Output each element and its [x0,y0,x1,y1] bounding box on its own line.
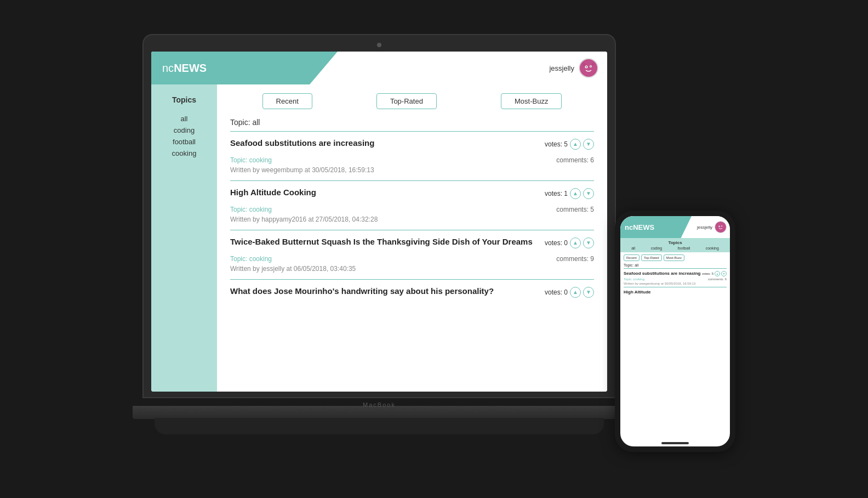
article-4-title-row: What does Jose Mourinho's handwriting sa… [230,286,594,298]
macbook-label: MacBook [363,401,396,408]
laptop-screen-outer: ncNEWS jessjelly [144,35,615,397]
sidebar-item-coding[interactable]: coding [157,125,212,136]
phone-screen: ncNEWS jessjelly [620,216,730,446]
article-4-title: What does Jose Mourinho's handwriting sa… [230,286,494,296]
article-3: Twice-Baked Butternut Squash Is the Than… [230,237,594,280]
phone-most-buzz-button[interactable]: Most-Buzz [664,254,684,261]
phone-article-1-upvote[interactable]: ▲ [715,271,720,276]
phone-article-1-author: Written by weegembump at 30/05/2018, 16:… [624,282,727,285]
laptop-foot: MacBook [155,418,604,434]
phone-topic-all[interactable]: all [631,246,635,250]
svg-point-11 [722,226,722,227]
phone-article-1-votes-label: votes: 5 [702,272,713,275]
phone-article-1-title: Seafood substitutions are increasing [624,271,700,276]
article-1-divider [230,180,594,181]
article-3-meta: Topic: cooking comments: 9 [230,255,594,263]
phone-article-2-title: High Altitude [624,290,727,295]
sidebar-item-all[interactable]: all [157,113,212,125]
phone-body: Topics all coding football cooking Recen… [620,238,730,440]
phone-topic-coding[interactable]: coding [651,246,663,250]
article-3-topic: Topic: cooking [230,255,272,263]
svg-point-0 [581,61,596,75]
user-area: jessjelly [549,58,607,78]
article-1-meta: Topic: cooking comments: 6 [230,156,594,164]
filter-buttons: Recent Top-Rated Most-Buzz [230,93,594,109]
sidebar-title: Topics [157,95,212,104]
article-3-comments: comments: 9 [556,255,594,263]
svg-point-6 [592,64,594,65]
svg-point-4 [590,66,591,67]
article-3-votes-label: votes: 0 [545,239,568,247]
phone-main: Recent Top-Rated Most-Buzz Topic: all Se… [620,252,730,440]
phone-recent-button[interactable]: Recent [624,254,639,261]
phone-article-2: High Altitude [624,290,727,295]
article-2-votes: votes: 1 ▲ ▼ [545,188,594,199]
article-4-votes-label: votes: 0 [545,288,568,296]
topic-divider [230,131,594,132]
sidebar-item-football[interactable]: football [157,136,212,148]
article-2-author: Written by happyamy2016 at 27/05/2018, 0… [230,216,594,223]
scene: ncNEWS jessjelly [133,35,735,463]
phone-article-1-meta: Topic: cooking comments: 6 [624,278,727,281]
laptop-camera [377,43,381,47]
article-2-meta: Topic: cooking comments: 5 [230,206,594,213]
laptop-screen: ncNEWS jessjelly [151,52,607,392]
article-4-downvote[interactable]: ▼ [583,287,594,298]
article-1-upvote[interactable]: ▲ [570,139,581,150]
phone-topic-list: all coding football cooking [624,246,727,250]
sidebar-item-cooking[interactable]: cooking [157,148,212,159]
laptop: ncNEWS jessjelly [133,35,626,452]
article-1: Seafood substitutions are increasing vot… [230,138,594,181]
article-3-upvote[interactable]: ▲ [570,237,581,248]
article-1-votes: votes: 5 ▲ ▼ [545,139,594,150]
article-2-votes-label: votes: 1 [545,190,568,197]
phone-topic-football[interactable]: football [678,246,690,250]
main-content: Recent Top-Rated Most-Buzz Topic: all Se… [217,84,607,392]
article-2: High Altitude Cooking votes: 1 ▲ ▼ Topic… [230,188,594,230]
app-header: ncNEWS jessjelly [151,52,607,84]
svg-point-5 [583,64,585,66]
top-rated-filter-button[interactable]: Top-Rated [376,93,437,109]
article-1-votes-label: votes: 5 [545,140,568,148]
phone-home-indicator [661,442,689,444]
phone-article-1-divider [624,287,727,287]
phone-topic-cooking[interactable]: cooking [706,246,719,250]
phone-article-1-votes: votes: 5 ▲ ▼ [702,271,727,276]
article-3-divider [230,279,594,280]
svg-point-3 [586,66,587,67]
article-4-upvote[interactable]: ▲ [570,287,581,298]
topic-label: Topic: all [230,118,594,127]
svg-point-10 [719,226,719,227]
article-1-downvote[interactable]: ▼ [583,139,594,150]
article-2-comments: comments: 5 [556,206,594,213]
phone-top-rated-button[interactable]: Top-Rated [641,254,662,261]
article-4-votes: votes: 0 ▲ ▼ [545,287,594,298]
article-3-title-row: Twice-Baked Butternut Squash Is the Than… [230,237,594,248]
phone-header: ncNEWS jessjelly [620,216,730,238]
phone: ncNEWS jessjelly [615,211,735,452]
article-3-downvote[interactable]: ▼ [583,237,594,248]
username-label: jessjelly [549,64,574,72]
article-1-title-row: Seafood substitutions are increasing vot… [230,138,594,150]
article-2-upvote[interactable]: ▲ [570,188,581,199]
article-3-title: Twice-Baked Butternut Squash Is the Than… [230,237,533,246]
article-2-divider [230,230,594,230]
most-buzz-filter-button[interactable]: Most-Buzz [501,93,562,109]
phone-avatar[interactable] [715,221,727,233]
avatar[interactable] [579,58,598,78]
phone-article-1-downvote[interactable]: ▼ [721,271,727,276]
article-2-topic: Topic: cooking [230,206,272,213]
phone-sidebar-title: Topics [624,240,727,245]
phone-user-area: jessjelly [697,221,727,233]
phone-topic-divider [624,268,727,269]
article-1-topic: Topic: cooking [230,156,272,164]
article-2-downvote[interactable]: ▼ [583,188,594,199]
sidebar: Topics all coding football cooking [151,84,217,392]
recent-filter-button[interactable]: Recent [262,93,312,109]
logo-nc: nc [162,62,174,74]
phone-article-1: Seafood substitutions are increasing vot… [624,271,727,287]
phone-logo-nc: nc [625,223,633,231]
article-2-title: High Altitude Cooking [230,188,316,197]
article-3-author: Written by jessjelly at 06/05/2018, 03:4… [230,265,594,273]
phone-article-1-header: Seafood substitutions are increasing vot… [624,271,727,276]
